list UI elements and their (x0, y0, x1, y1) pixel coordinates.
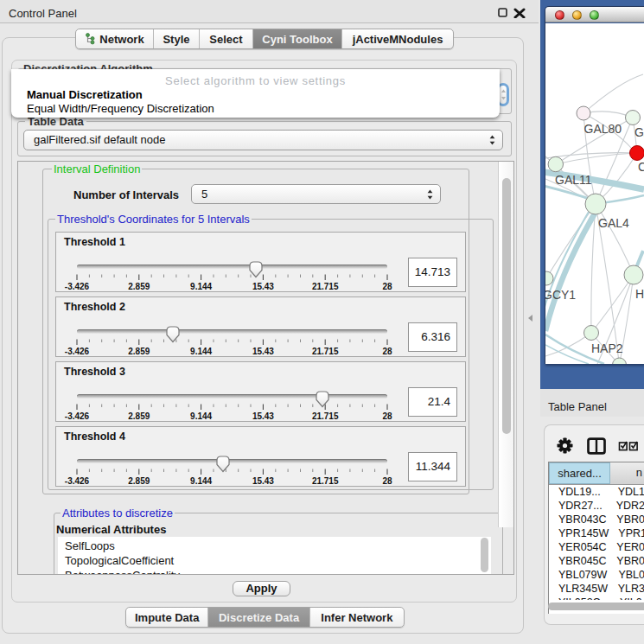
svg-text:GCY1: GCY1 (545, 288, 576, 302)
svg-text:GAL80: GAL80 (584, 122, 622, 136)
svg-text:C: C (638, 160, 644, 174)
svg-text:HAP2: HAP2 (591, 341, 623, 355)
svg-text:GA: GA (634, 125, 644, 139)
svg-text:H: H (635, 287, 644, 301)
svg-text:GAL4: GAL4 (598, 216, 629, 230)
svg-text:GAL11: GAL11 (555, 173, 592, 187)
